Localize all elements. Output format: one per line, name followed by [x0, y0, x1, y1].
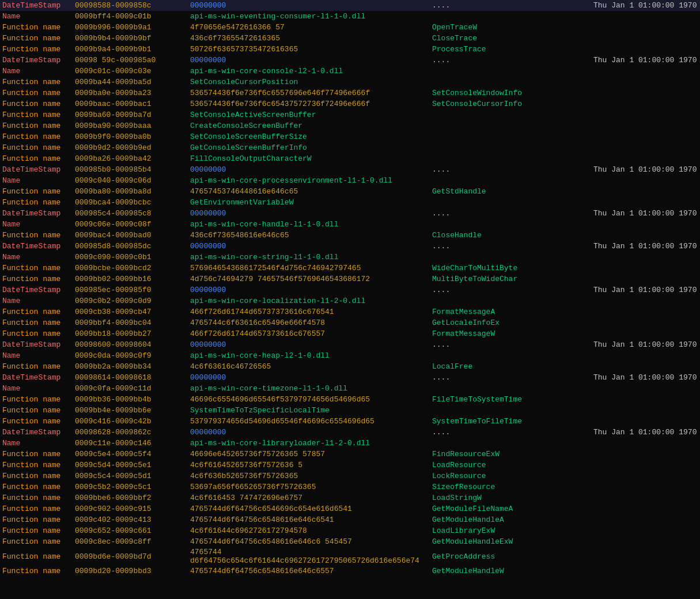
row-value: api-ms-win-eventing-consumer-l1-1-0.dll	[190, 12, 432, 21]
table-row[interactable]: DateTimeStamp000985ec-000985f000000000..…	[0, 285, 700, 295]
table-row[interactable]: Function name0009ba60-0009ba7dSetConsole…	[0, 109, 700, 120]
row-func-name: LoadResource	[432, 461, 593, 469]
row-extra: Thu Jan 1 01:00:00 1970	[593, 340, 700, 349]
row-type: Function name	[0, 231, 75, 240]
table-row[interactable]: Function name0009bac4-0009bad0436c6f7365…	[0, 230, 700, 241]
table-row[interactable]: Name0009c040-0009c06dapi-ms-win-core-pro…	[0, 175, 700, 186]
row-type: Function name	[0, 505, 75, 513]
row-func-name: LockResource	[432, 472, 593, 480]
row-type: DateTimeStamp	[0, 209, 75, 218]
table-row[interactable]: Function name0009ba90-0009baaaCreateCons…	[0, 120, 700, 131]
table-row[interactable]: Function name0009ba80-0009ba8d4765745374…	[0, 186, 700, 197]
row-type: Function name	[0, 111, 75, 119]
row-extra: Thu Jan 1 01:00:00 1970	[593, 242, 700, 251]
table-row[interactable]: Function name0009b996-0009b9a14f70656e54…	[0, 22, 700, 33]
table-row[interactable]: Function name0009bcbe-0009bcd25769646543…	[0, 263, 700, 274]
table-row[interactable]: Function name0009ba26-0009ba42FillConsol…	[0, 153, 700, 164]
table-row[interactable]: Function name0009c5d4-0009c5e14c6f616452…	[0, 460, 700, 471]
table-row[interactable]: Name0009c0fa-0009c11dapi-ms-win-core-tim…	[0, 383, 700, 394]
row-func-name: LoadLibraryExW	[432, 526, 593, 535]
row-value: 4c6f616453 747472696e6757	[190, 494, 432, 502]
table-row[interactable]: Function name0009b9d2-0009b9edGetConsole…	[0, 142, 700, 153]
row-type: Function name	[0, 100, 75, 108]
row-address: 000985d8-000985dc	[75, 242, 190, 251]
table-row[interactable]: Function name0009c402-0009c4134765744d6f…	[0, 514, 700, 525]
row-address: 0009b9f0-0009ba0b	[75, 132, 190, 141]
row-type: Function name	[0, 417, 75, 426]
row-address: 0009bb02-0009bb16	[75, 275, 190, 283]
table-row[interactable]: DateTimeStamp000985c4-000985c800000000..…	[0, 208, 700, 219]
table-row[interactable]: Function name0009bb2a-0009bb344c6f63616c…	[0, 361, 700, 372]
row-value: 50726f636573735472616365	[190, 45, 432, 54]
row-address: 0009c416-0009c42b	[75, 417, 190, 426]
row-address: 0009c090-0009c0b1	[75, 253, 190, 261]
table-row[interactable]: DateTimeStamp00098614-0009861800000000..…	[0, 372, 700, 383]
table-row[interactable]: Name0009bff4-0009c01bapi-ms-win-eventing…	[0, 11, 700, 22]
row-type: Function name	[0, 275, 75, 283]
table-row[interactable]: Function name0009b9f0-0009ba0bSetConsole…	[0, 131, 700, 142]
table-row[interactable]: Function name0009c8ec-0009c8ff4765744d6f…	[0, 536, 700, 547]
row-type: DateTimeStamp	[0, 340, 75, 349]
table-row[interactable]: Function name0009cb38-0009cb47466f726d61…	[0, 306, 700, 317]
row-type: DateTimeStamp	[0, 242, 75, 251]
row-address: 0009c5e4-0009c5f4	[75, 450, 190, 458]
table-row[interactable]: Name0009c01c-0009c03eapi-ms-win-core-con…	[0, 66, 700, 77]
row-value: 466f726d61744d65737373616c676541	[190, 308, 432, 316]
table-row[interactable]: Function name0009b9a4-0009b9b150726f6365…	[0, 44, 700, 55]
table-row[interactable]: Function name0009c5b2-0009c5c153697a656f…	[0, 482, 700, 492]
table-row[interactable]: Name0009c0b2-0009c0d9api-ms-win-core-loc…	[0, 295, 700, 306]
table-row[interactable]: Function name0009c652-0009c6614c6f61644c…	[0, 525, 700, 536]
row-address: 0009bca4-0009bcbc	[75, 198, 190, 207]
table-row[interactable]: Function name0009bca4-0009bcbcGetEnviron…	[0, 197, 700, 208]
row-value: 00000000	[190, 209, 432, 218]
row-type: Name	[0, 297, 75, 305]
table-row[interactable]: Name0009c090-0009c0b1api-ms-win-core-str…	[0, 252, 700, 263]
table-row[interactable]: Name0009c11e-0009c146api-ms-win-core-lib…	[0, 438, 700, 449]
table-row[interactable]: DateTimeStamp000985d8-000985dc00000000..…	[0, 241, 700, 252]
row-value: 4c6f636b5265736f75726365	[190, 472, 432, 480]
row-address: 0009c040-0009c06d	[75, 176, 190, 185]
table-row[interactable]: Function name0009bb36-0009bb4b46696c6554…	[0, 394, 700, 405]
row-type: Function name	[0, 319, 75, 327]
table-row[interactable]: Function name0009bd20-0009bbd34765744d6f…	[0, 566, 700, 577]
table-row[interactable]: Function name0009c902-0009c9154765744d6f…	[0, 503, 700, 514]
disassembly-table: DateTimeStamp00098588-0009858c00000000..…	[0, 0, 700, 599]
table-row[interactable]: Name0009c0da-0009c0f9api-ms-win-core-hea…	[0, 350, 700, 361]
row-type: Name	[0, 12, 75, 21]
row-type: Function name	[0, 264, 75, 272]
table-row[interactable]: Function name0009ba0e-0009ba23536574436f…	[0, 88, 700, 98]
table-row[interactable]: Function name0009c5e4-0009c5f446696e6452…	[0, 449, 700, 460]
row-type: Function name	[0, 78, 75, 86]
table-row[interactable]: DateTimeStamp00098 59c-000985a000000000.…	[0, 55, 700, 66]
table-row[interactable]: Name0009c06e-0009c08fapi-ms-win-core-han…	[0, 219, 700, 230]
row-type: Function name	[0, 515, 75, 524]
row-value: 4d756c74694279 74657546f5769646543686172	[190, 275, 432, 283]
table-row[interactable]: Function name0009baac-0009bac1536574436f…	[0, 98, 700, 109]
row-value: 53697a656f665265736f75726365	[190, 483, 432, 491]
row-value: 46696e645265736f75726365 57857	[190, 450, 432, 458]
table-row[interactable]: DateTimeStamp00098628-0009862c00000000..…	[0, 427, 700, 438]
table-row[interactable]: Function name0009ba44-0009ba5dSetConsole…	[0, 77, 700, 88]
row-func-name: FormatMessageA	[432, 308, 593, 316]
table-row[interactable]: Function name0009bb02-0009bb164d756c7469…	[0, 274, 700, 285]
table-row[interactable]: Function name0009bbf4-0009bc044765744c6f…	[0, 317, 700, 328]
table-row[interactable]: DateTimeStamp00098600-0009860400000000..…	[0, 339, 700, 350]
row-func-name: GetModuleHandleExW	[432, 537, 593, 546]
row-type: Function name	[0, 329, 75, 338]
table-row[interactable]: Function name0009bbe6-0009bbf24c6f616453…	[0, 492, 700, 503]
table-row[interactable]: DateTimeStamp000985b0-000985b400000000..…	[0, 164, 700, 175]
row-address: 00098588-0009858c	[75, 1, 190, 10]
table-row[interactable]: DateTimeStamp00098588-0009858c00000000..…	[0, 0, 700, 11]
row-type: Function name	[0, 537, 75, 546]
table-row[interactable]: Function name0009bb4e-0009bb6eSystemTime…	[0, 405, 700, 416]
table-row[interactable]: Function name0009bb18-0009bb27466f726d61…	[0, 328, 700, 339]
row-value: FillConsoleOutputCharacterW	[190, 154, 432, 163]
row-value: CreateConsoleScreenBuffer	[190, 122, 432, 130]
table-row[interactable]: Function name0009b9b4-0009b9bf436c6f7365…	[0, 33, 700, 44]
row-func-name: WideCharToMultiByte	[432, 264, 593, 272]
row-value: SetConsoleScreenBufferSize	[190, 132, 432, 141]
table-row[interactable]: Function name0009c5c4-0009c5d14c6f636b52…	[0, 471, 700, 482]
table-row[interactable]: Function name0009c416-0009c42b5379793746…	[0, 416, 700, 427]
row-func-name: LoadStringW	[432, 494, 593, 502]
table-row[interactable]: Function name0009bd6e-0009bd7d4765744 d6…	[0, 547, 700, 566]
